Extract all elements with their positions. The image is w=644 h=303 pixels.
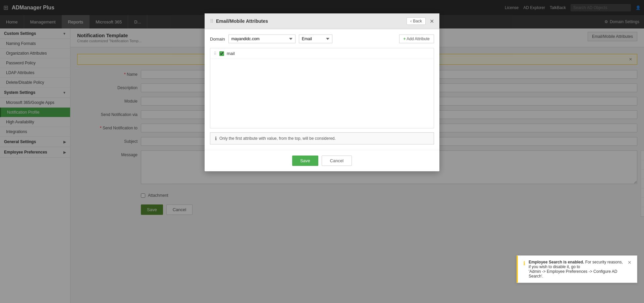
plus-icon: + — [404, 37, 406, 41]
info-note-text: Only the first attribute with value, fro… — [219, 136, 336, 141]
row-drag-handle[interactable]: ⠿ — [214, 51, 217, 56]
modal-close-button[interactable]: ✕ — [430, 18, 434, 24]
toast-close-button[interactable]: ✕ — [628, 260, 632, 265]
modal-header-left: ⠿ Email/Mobile Attributes — [210, 18, 268, 24]
modal-cancel-button[interactable]: Cancel — [322, 156, 352, 166]
toast-icon: ℹ — [523, 260, 525, 266]
info-note: ℹ Only the first attribute with value, f… — [210, 132, 434, 144]
modal-drag-handle[interactable]: ⠿ — [210, 18, 213, 24]
email-mobile-modal: ⠿ Email/Mobile Attributes ‹ Back ✕ Domai… — [205, 13, 439, 171]
modal-header-right: ‹ Back ✕ — [407, 17, 434, 25]
attribute-name: mail — [227, 51, 235, 56]
domain-select[interactable]: mayandidc.com — [228, 35, 296, 43]
info-icon: ℹ — [215, 136, 217, 141]
attribute-checkbox[interactable] — [219, 51, 224, 56]
back-arrow-icon: ‹ — [410, 19, 412, 23]
modal-back-button[interactable]: ‹ Back — [407, 17, 426, 25]
modal-footer: Save Cancel — [205, 150, 439, 171]
modal-body: Domain mayandidc.com Email Mobile + Add … — [205, 29, 439, 150]
attribute-row: ⠿ mail — [210, 48, 434, 59]
add-attribute-button[interactable]: + Add Attribute — [399, 35, 434, 43]
domain-row: Domain mayandidc.com Email Mobile + Add … — [210, 35, 434, 43]
add-attr-label: Add Attribute — [407, 37, 430, 41]
attribute-list: ⠿ mail — [210, 48, 434, 128]
modal-header: ⠿ Email/Mobile Attributes ‹ Back ✕ — [205, 13, 439, 29]
toast-text: Employee Search is enabled. For security… — [529, 260, 624, 279]
toast-link-text: 'Admin -> Employee Preferences -> Config… — [529, 269, 617, 279]
back-label: Back — [413, 19, 422, 23]
domain-label: Domain — [210, 37, 225, 42]
toast-bold-text: Employee Search is enabled. — [529, 260, 584, 264]
toast-notification: ℹ Employee Search is enabled. For securi… — [517, 255, 637, 283]
modal-title: Email/Mobile Attributes — [216, 18, 268, 24]
type-select[interactable]: Email Mobile — [299, 35, 332, 43]
modal-save-button[interactable]: Save — [292, 156, 318, 166]
